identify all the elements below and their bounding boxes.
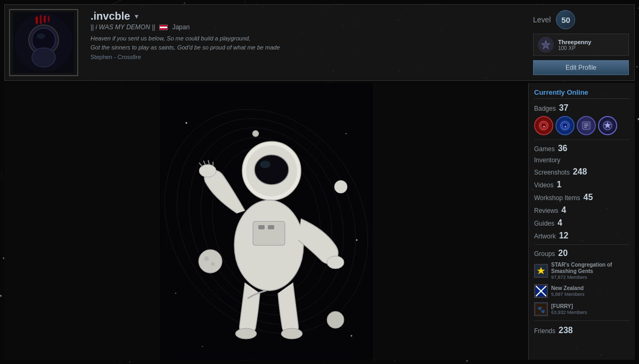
group-members-1: 5,887 Members [551,292,585,297]
inventory-label: Inventory [534,156,560,164]
groups-title-row[interactable]: Groups 20 [534,247,629,260]
games-count: 36 [558,144,568,153]
svg-rect-65 [536,291,546,296]
level-section: Level 50 [533,10,629,29]
svg-rect-8 [48,16,50,22]
group-item-2[interactable]: 🐾 [FURRY] 63,932 Members [534,300,629,318]
badge-star-circle[interactable] [598,116,617,135]
divider-stats-groups [534,244,629,245]
group-info-1: New Zealand 5,887 Members [551,285,585,297]
groups-count: 20 [558,249,568,258]
group-members-2: 63,932 Members [551,310,587,315]
svg-point-43 [346,133,347,134]
divider-groups-friends [534,320,629,321]
svg-text:✦: ✦ [564,125,567,128]
friends-label: Friends [534,327,555,335]
group-item-1[interactable]: New Zealand 5,887 Members [534,282,629,300]
profile-info: .invcble ▼ || i WAS MY DEMON || Japan He… [83,5,528,80]
profile-location: Japan [172,23,190,31]
group-avatar-1 [534,284,548,298]
badges-section: Badges 37 ✦ [534,103,629,135]
group-item-0[interactable]: STAR's Congregation of Smashing Gents 97… [534,260,629,282]
svg-point-39 [334,180,347,193]
svg-point-37 [204,257,209,261]
workshop-count: 45 [583,193,593,202]
artwork-row[interactable]: Artwork 12 [534,229,629,242]
games-label: Games [534,145,555,153]
svg-rect-31 [258,225,265,229]
badge-red-seal[interactable]: ✦ [534,116,553,135]
profile-username[interactable]: .invcble [91,10,130,22]
profile-quote-attribution: Stephen - Crossfire [91,54,520,60]
svg-rect-30 [253,221,285,245]
reviews-count: 4 [561,205,566,215]
groups-label: Groups [534,250,555,258]
profile-name-row: .invcble ▼ [91,10,520,22]
threepenny-badge-icon [538,37,554,53]
badges-icons: ✦ ✦ [534,116,629,135]
group-name-1: New Zealand [551,285,585,292]
badges-label: Badges [534,105,556,112]
workshop-row[interactable]: Workshop Items 45 [534,191,629,204]
svg-marker-11 [542,40,550,49]
level-label: Level [533,15,551,24]
stats-section: Games 36 Inventory Screenshots 248 Video… [534,142,629,242]
badge-xp: 100 XP [558,45,591,51]
profile-header: .invcble ▼ || i WAS MY DEMON || Japan He… [4,4,635,81]
svg-point-34 [281,328,302,339]
svg-point-3 [37,34,45,39]
profile-right-panel: Level 50 Threepenny 100 XP Edit Profile [528,5,634,80]
right-sidebar: Currently Online Badges 37 ✦ [528,83,635,360]
svg-point-9 [36,21,38,24]
flag-icon [159,24,168,30]
svg-point-29 [327,256,344,269]
badge-book[interactable] [577,116,596,135]
videos-count: 1 [556,180,561,189]
threepenny-badge[interactable]: Threepenny 100 XP [533,34,629,56]
group-name-2: [FURRY] [551,303,587,310]
guides-count: 4 [558,218,562,228]
level-badge: 50 [556,10,575,29]
content-area: Currently Online Badges 37 ✦ [4,83,635,360]
svg-point-46 [351,335,353,337]
profile-artwork [4,83,528,360]
friends-count: 238 [559,326,573,335]
svg-point-33 [235,328,257,339]
badge-blue-seal[interactable]: ✦ [555,116,575,135]
games-row[interactable]: Games 36 [534,142,629,155]
screenshots-count: 248 [573,167,587,177]
guides-row[interactable]: Guides 4 [534,217,629,229]
svg-point-41 [327,311,344,328]
group-name-0: STAR's Congregation of Smashing Gents [551,262,629,275]
group-info-2: [FURRY] 63,932 Members [551,303,587,315]
divider-badges-stats [534,139,629,140]
edit-profile-button[interactable]: Edit Profile [533,60,629,75]
currently-online-label: Currently Online [534,88,629,99]
svg-point-4 [32,48,55,67]
artwork-label: Artwork [534,233,556,240]
svg-point-47 [202,346,203,347]
svg-rect-32 [268,225,274,229]
svg-point-42 [186,122,187,124]
inventory-row[interactable]: Inventory [534,155,629,166]
avatar [9,9,78,76]
badges-title-row[interactable]: Badges 37 [534,103,629,113]
svg-point-10 [40,22,42,25]
svg-point-21 [260,161,271,168]
svg-point-38 [211,262,215,266]
reviews-row[interactable]: Reviews 4 [534,204,629,217]
groups-section: Groups 20 STAR's Congregation of Smashin… [534,247,629,318]
profile-dropdown-arrow[interactable]: ▼ [133,13,140,20]
friends-title-row[interactable]: Friends 238 [534,324,629,337]
svg-point-22 [271,165,277,171]
badge-name: Threepenny [558,39,591,45]
svg-point-45 [175,293,176,294]
videos-row[interactable]: Videos 1 [534,178,629,191]
screenshots-row[interactable]: Screenshots 248 [534,166,629,178]
profile-status-row: || i WAS MY DEMON || Japan [91,23,520,31]
svg-text:✦: ✦ [543,125,545,128]
group-info-0: STAR's Congregation of Smashing Gents 97… [551,262,629,280]
group-avatar-0 [534,264,548,278]
svg-rect-6 [40,15,42,23]
group-members-0: 97,872 Members [551,275,629,280]
